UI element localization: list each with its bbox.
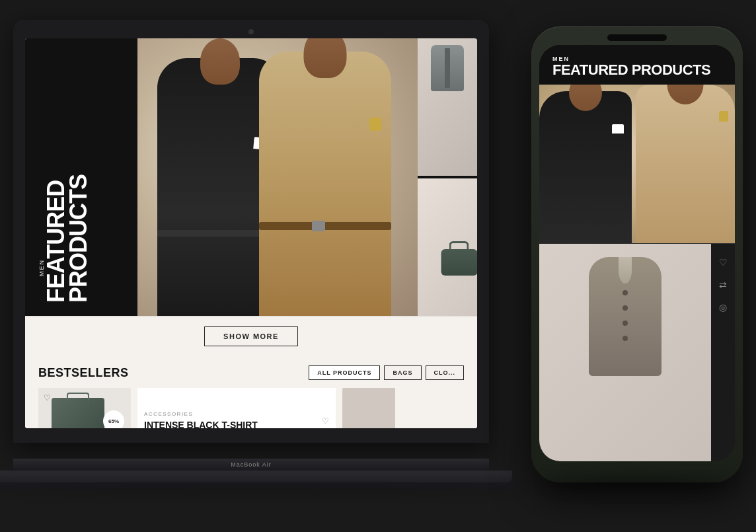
phone-view-icon[interactable]: ◎	[719, 302, 727, 313]
hero-section: MEN FEATURED PRODUCTS	[25, 38, 477, 316]
product-card-partial	[342, 388, 395, 428]
person-right	[259, 52, 391, 316]
bag-product-image	[52, 398, 104, 428]
side-bag-image	[418, 178, 477, 316]
coat-button-3	[623, 321, 628, 326]
phone-wishlist-icon[interactable]: ♡	[719, 257, 728, 268]
hero-bg	[137, 38, 418, 316]
hero-title: FEATURED PRODUCTS	[45, 174, 90, 303]
phone-product-section: ♡ ⇄ ◎	[539, 244, 735, 461]
coat-button-2	[623, 305, 628, 311]
scene: MEN FEATURED PRODUCTS	[0, 0, 756, 532]
phone-header: MEN FEATURED PRODUCTS	[539, 45, 735, 85]
coat-body	[589, 257, 662, 376]
phone-hero-bg	[539, 85, 735, 243]
laptop-screen: MEN FEATURED PRODUCTS	[25, 38, 477, 428]
phone-coat	[589, 257, 662, 376]
phone-camera	[607, 34, 667, 41]
coat-buttons	[623, 290, 628, 341]
sale-percent: 65%	[108, 418, 119, 424]
hero-title-line2: PRODUCTS	[65, 174, 92, 303]
product-name: INTENSE BLACK T-SHIRT	[144, 420, 315, 428]
phone-outer: MEN FEATURED PRODUCTS	[531, 26, 743, 482]
product-info: ACCESSORIES INTENSE BLACK T-SHIRT	[144, 411, 315, 428]
filter-all-products[interactable]: ALL PRODUCTS	[309, 365, 380, 380]
hero-main-image	[137, 38, 418, 316]
screen-content: MEN FEATURED PRODUCTS	[25, 38, 477, 428]
product-card-bag: ♡ 65%	[38, 388, 131, 428]
laptop-camera	[248, 29, 254, 34]
hero-side-images	[418, 38, 477, 316]
laptop-model-label: MacBook Air	[231, 461, 272, 468]
phone-compare-icon[interactable]: ⇄	[719, 280, 727, 290]
product-wishlist-icon[interactable]: ♡	[322, 416, 329, 426]
sale-badge: 65%	[103, 410, 124, 428]
filter-clothing[interactable]: CLO...	[426, 365, 465, 380]
laptop-shadow	[0, 487, 525, 492]
phone-screen: MEN FEATURED PRODUCTS	[539, 45, 735, 461]
bag-shape	[441, 249, 477, 276]
phone-person-right	[636, 85, 735, 243]
phone-shadow	[545, 476, 730, 489]
filter-bags[interactable]: BAGS	[384, 365, 421, 380]
product-category: ACCESSORIES	[144, 411, 315, 417]
product-card-info: ACCESSORIES INTENSE BLACK T-SHIRT ♡	[137, 388, 336, 428]
laptop-screen-outer: MEN FEATURED PRODUCTS	[13, 20, 489, 443]
phone-product-actions: ♡ ⇄ ◎	[711, 244, 735, 461]
phone-content: MEN FEATURED PRODUCTS	[539, 45, 735, 461]
show-more-button[interactable]: SHOW MORE	[204, 326, 298, 346]
phone-hero-image	[539, 85, 735, 243]
phone-person-left	[539, 91, 632, 243]
phone-product-image	[539, 244, 711, 461]
products-row: ♡ 65% ACCESSORIES INTENSE BLACK	[38, 388, 464, 428]
coat-button-1	[623, 290, 628, 295]
phone-title: FEATURED PRODUCTS	[552, 62, 722, 78]
bestsellers-section: BESTSELLERS ALL PRODUCTS BAGS CLO... ♡	[25, 356, 477, 428]
bag-handle	[449, 241, 469, 250]
coat-shape	[431, 45, 464, 91]
laptop-device: MEN FEATURED PRODUCTS	[13, 20, 496, 496]
laptop-foot	[0, 471, 512, 482]
wishlist-icon[interactable]: ♡	[44, 393, 51, 402]
side-coat-image	[418, 38, 477, 176]
coat-button-4	[623, 336, 628, 341]
phone-device: MEN FEATURED PRODUCTS	[531, 26, 743, 482]
show-more-area: SHOW MORE	[25, 316, 477, 356]
filter-tabs: ALL PRODUCTS BAGS CLO...	[309, 365, 464, 380]
hero-left: MEN FEATURED PRODUCTS	[25, 38, 137, 316]
laptop-base: MacBook Air	[13, 459, 489, 471]
bestsellers-title: BESTSELLERS	[38, 366, 129, 380]
bestsellers-header: BESTSELLERS ALL PRODUCTS BAGS CLO...	[38, 365, 464, 380]
